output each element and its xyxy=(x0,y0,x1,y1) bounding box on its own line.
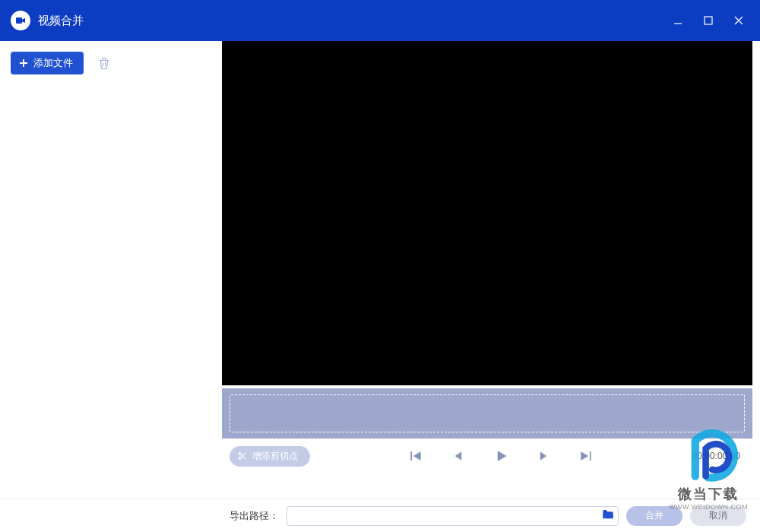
svg-rect-11 xyxy=(411,451,413,461)
seek-start-button[interactable] xyxy=(404,445,427,467)
add-file-label: 添加文件 xyxy=(33,56,73,70)
export-path-field-wrap xyxy=(287,506,619,526)
seek-end-button[interactable] xyxy=(575,445,597,467)
timeline-track[interactable] xyxy=(230,394,745,432)
window-title: 视频合并 xyxy=(38,14,84,28)
main-panel: 增添剪切点 00:00:00.00 xyxy=(222,41,760,499)
svg-rect-0 xyxy=(16,17,22,24)
video-preview xyxy=(222,41,752,385)
svg-rect-2 xyxy=(705,17,712,24)
timeline-area xyxy=(222,388,752,439)
next-frame-button[interactable] xyxy=(532,445,555,467)
playback-controls: 增添剪切点 00:00:00.00 xyxy=(222,439,752,470)
export-path-label: 导出路径： xyxy=(230,509,279,523)
add-cut-point-button[interactable]: 增添剪切点 xyxy=(230,446,310,467)
prev-frame-button[interactable] xyxy=(447,445,470,467)
app-icon xyxy=(11,11,30,30)
export-path-input[interactable] xyxy=(293,511,601,521)
time-display: 00:00:00.00 xyxy=(692,451,745,461)
close-button[interactable] xyxy=(724,0,754,41)
minimize-button[interactable] xyxy=(663,0,693,41)
play-button[interactable] xyxy=(489,445,512,467)
merge-button[interactable]: 合并 xyxy=(626,506,682,526)
cancel-button-label: 取消 xyxy=(709,509,727,522)
sidebar: 添加文件 xyxy=(0,41,222,499)
footer: 导出路径： 合并 取消 xyxy=(0,499,760,532)
cut-button-label: 增添剪切点 xyxy=(252,450,298,463)
maximize-button[interactable] xyxy=(693,0,724,41)
delete-button[interactable] xyxy=(97,56,111,70)
merge-button-label: 合并 xyxy=(645,509,663,522)
cancel-button[interactable]: 取消 xyxy=(690,506,746,526)
add-file-button[interactable]: 添加文件 xyxy=(11,52,84,74)
svg-rect-12 xyxy=(590,451,591,461)
browse-folder-button[interactable] xyxy=(601,508,615,524)
titlebar: 视频合并 xyxy=(0,0,760,41)
